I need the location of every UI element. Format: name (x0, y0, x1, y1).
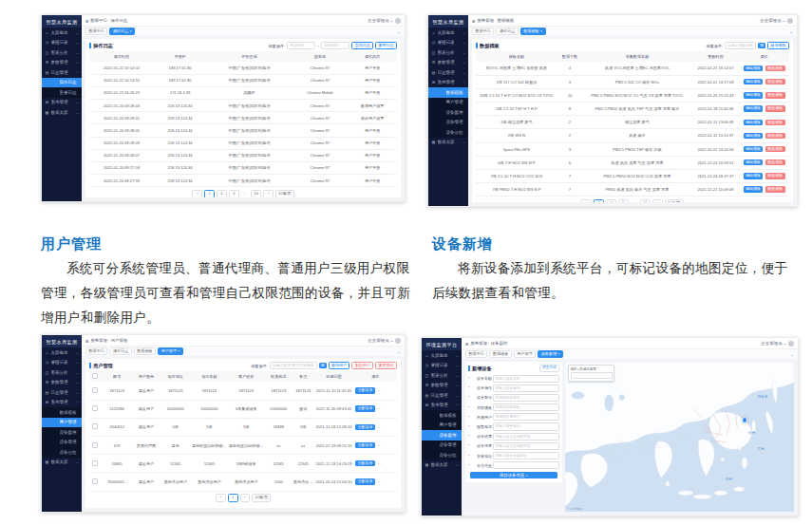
page-button[interactable]: 2 (217, 190, 227, 197)
sidebar-menu-item[interactable]: 设备分组 (42, 447, 82, 458)
assign-device-button[interactable]: 分配设备 (355, 405, 375, 411)
delete-template-button[interactable]: 删除模板 (765, 66, 785, 71)
sidebar-menu-item[interactable]: 设备管理 (42, 438, 82, 448)
page-button[interactable]: 2 (606, 199, 616, 202)
device-location-map[interactable]: 城市+关键字搜索 日本海黄海东海南海 © 高德地图 (565, 362, 794, 512)
reset-log-button[interactable]: 重置日志 (375, 42, 397, 49)
view-device-button[interactable]: 查看设备 (378, 478, 397, 484)
view-device-button[interactable]: 查看设备 (378, 442, 397, 448)
save-device-button[interactable]: 保存设备信息 + (470, 472, 557, 479)
field-input[interactable]: 请输入或点击地图获取 (493, 442, 559, 450)
assign-device-button[interactable]: 分配设备 (355, 460, 375, 466)
page-button[interactable]: 3 (229, 190, 239, 197)
checkbox[interactable] (92, 423, 98, 429)
sidebar-menu-item[interactable]: ⊞ 系统管理 ⌄ (42, 98, 82, 108)
page-tab[interactable]: 数据中心 (465, 350, 487, 359)
checkbox[interactable] (92, 373, 98, 379)
delete-template-button[interactable]: 删除模板 (765, 79, 785, 84)
sidebar-menu-item[interactable]: 设备管理 (422, 441, 462, 451)
delete-template-button[interactable]: 删除模板 (765, 159, 785, 165)
sidebar-menu-item[interactable]: ◷ 警报记录 ⌄ (42, 358, 82, 368)
page-tab[interactable]: 数据中心 (85, 28, 107, 36)
page-button[interactable]: › (240, 494, 251, 502)
chevron-down-icon[interactable]: ⌄ (789, 29, 793, 34)
field-input[interactable] (493, 461, 559, 469)
field-input[interactable]: 请选择设备型号 (493, 394, 559, 402)
hamburger-icon[interactable]: ≡ (465, 341, 468, 347)
field-input[interactable]: 请输入设备编号 (493, 384, 559, 392)
edit-template-button[interactable]: 编辑模板 (744, 105, 764, 111)
page-button[interactable]: › (263, 190, 274, 197)
edit-template-button[interactable]: 编辑模板 (744, 186, 764, 192)
sidebar-menu-item[interactable]: ◫ 图表分析 ⌄ (428, 47, 468, 58)
page-button[interactable]: ‹ (581, 199, 592, 202)
sidebar-menu-item[interactable]: 用户管理 (42, 418, 82, 428)
sidebar-menu-item[interactable]: ⊞ 系统管理 ⌃ (422, 401, 462, 411)
sidebar-menu-item[interactable]: ⚙ 参数管理 ⌄ (428, 58, 468, 68)
page-button[interactable]: 3 (618, 199, 629, 202)
sidebar-menu-item[interactable]: 设备新增 (42, 427, 82, 438)
sidebar-menu-item[interactable]: 设备新增 (428, 107, 468, 118)
sidebar-menu-item[interactable]: 操作日志 (42, 78, 82, 88)
sidebar-menu-item[interactable]: ⚙ 参数管理 ⌄ (42, 378, 82, 388)
field-input[interactable]: 请选择所属用户 (493, 413, 559, 421)
field-input[interactable]: 请输入设备安装地址 (493, 452, 559, 459)
delete-template-button[interactable]: 删除模板 (765, 92, 785, 98)
sidebar-menu-item[interactable]: ⌂ 大屏概览 ⌄ (42, 347, 82, 358)
user-dropdown[interactable]: 企业管理员 ⌄ (368, 18, 401, 24)
delete-template-button[interactable]: 删除模板 (765, 173, 785, 178)
sidebar-menu-item[interactable]: ⚙ 参数管理 ⌄ (422, 381, 462, 391)
delete-user-button[interactable]: 删除用户 (351, 362, 373, 369)
hamburger-icon[interactable]: ≡ (472, 18, 475, 24)
page-tab[interactable]: 数据模板 (134, 347, 156, 356)
page-button[interactable]: 10 (251, 190, 261, 197)
search-icon[interactable]: 搜 (758, 43, 765, 49)
page-button[interactable]: 10条/页 (275, 190, 294, 197)
sidebar-menu-item[interactable]: ▦ 数据大屏 ⌄ (42, 107, 82, 118)
chevron-down-icon[interactable]: ⌄ (397, 29, 401, 34)
sidebar-menu-item[interactable]: ◷ 警报记录 ⌄ (428, 38, 468, 48)
sidebar-menu-item[interactable]: 设备新增 (422, 430, 462, 441)
search-input[interactable]: 请输入账号/用户名称搜索 (270, 362, 317, 369)
view-device-button[interactable]: 查看设备 (378, 405, 397, 411)
checkbox[interactable] (92, 442, 98, 448)
end-time-input[interactable]: 结束时间 (321, 42, 349, 49)
page-button[interactable]: 1 (228, 494, 238, 502)
edit-template-button[interactable]: 编辑模板 (744, 92, 764, 98)
page-button[interactable]: 1 (204, 190, 215, 197)
assign-device-button[interactable]: 分配设备 (355, 424, 375, 430)
page-button[interactable]: › (652, 199, 663, 202)
page-tab[interactable]: 数据中心 (472, 28, 494, 36)
page-tab[interactable]: 设备新增 × (538, 350, 563, 359)
sidebar-menu-item[interactable]: ▤ 日志管理 ⌃ (42, 67, 82, 78)
map-search-box[interactable]: 城市+关键字搜索 (568, 365, 614, 382)
page-button[interactable]: ··· (241, 191, 250, 197)
assign-device-button[interactable]: 分配设备 (355, 387, 375, 393)
edit-template-button[interactable]: 编辑模板 (744, 79, 764, 84)
delete-template-button[interactable]: 删除模板 (765, 186, 785, 192)
assign-device-button[interactable]: 分配设备 (355, 442, 375, 448)
checkbox[interactable] (92, 387, 98, 393)
page-tab[interactable]: 操作日志 × (109, 28, 135, 36)
sidebar-menu-item[interactable]: 用户管理 (428, 98, 468, 108)
sidebar-menu-item[interactable]: 数据模板 (422, 410, 462, 421)
hamburger-icon[interactable]: ≡ (85, 338, 88, 344)
user-dropdown[interactable]: 企业管理员 ⌄ (368, 338, 401, 344)
page-tab[interactable]: 用户管理 × (158, 347, 183, 356)
edit-template-button[interactable]: 编辑模板 (744, 159, 764, 165)
page-tab[interactable]: 操作日志 (109, 347, 131, 356)
sidebar-menu-item[interactable]: ◫ 图表分析 ⌄ (42, 367, 82, 378)
page-button[interactable]: 10条/页 (252, 494, 271, 502)
map-search-input[interactable] (571, 372, 613, 380)
page-button[interactable]: ‹ (192, 190, 202, 197)
edit-template-button[interactable]: 编辑模板 (744, 173, 764, 178)
page-tab[interactable]: 操作日志 (496, 28, 518, 36)
sidebar-menu-item[interactable]: ▦ 数据大屏 ⌄ (428, 138, 468, 148)
sidebar-menu-item[interactable]: ⌂ 大屏概览 ⌄ (42, 28, 82, 38)
add-template-button[interactable]: 新增模板 (767, 42, 789, 49)
checkbox[interactable] (92, 460, 98, 466)
start-time-input[interactable]: 开始时间 (287, 42, 315, 49)
sidebar-menu-item[interactable]: ⊞ 系统管理 ⌃ (428, 78, 468, 88)
field-input[interactable]: 请输入设备名称 (493, 375, 559, 383)
view-device-button[interactable]: 查看设备 (378, 424, 397, 430)
